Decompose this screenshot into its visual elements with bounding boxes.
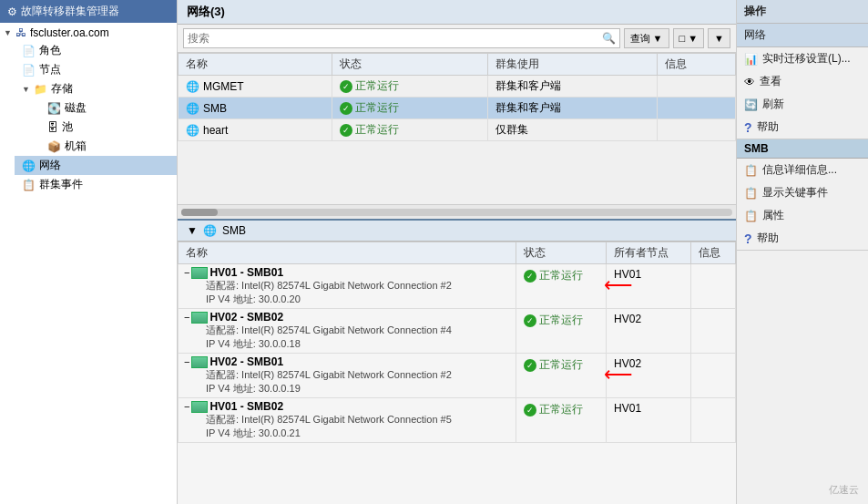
row-info: [658, 98, 736, 119]
chassis-icon: 📦: [47, 140, 61, 153]
server-icon: [191, 267, 208, 279]
refresh-icon: 🔄: [744, 98, 758, 111]
sidebar-item-events[interactable]: 📋 群集事件: [15, 175, 177, 194]
right-item-view[interactable]: 👁 查看: [737, 70, 868, 93]
bottom-row-name: − HV02 - SMB02 适配器: Intel(R) 82574L Giga…: [179, 309, 516, 354]
bottom-table-container: 名称 状态 所有者节点 信息 − HV01 - SMB01 适配器: Intel…: [178, 242, 736, 504]
network-section-title: 网络: [737, 24, 868, 47]
bottom-row-name: − HV02 - SMB01 适配器: Intel(R) 82574L Giga…: [179, 354, 516, 398]
key-events-icon: 📋: [744, 187, 758, 200]
sidebar-item-chassis[interactable]: 📦 机箱: [40, 137, 177, 156]
server-icon: [191, 401, 208, 413]
table-row[interactable]: 🌐SMB ✓正常运行 群集和客户端: [179, 98, 736, 119]
more-button[interactable]: ▼: [708, 28, 730, 48]
network-table: 名称 状态 群集使用 信息 🌐MGMET ✓正常运行 群集和客户端 🌐SMB: [178, 53, 736, 141]
bottom-panel-title: SMB: [222, 224, 246, 237]
bottom-panel: ▼ 🌐 SMB 名称 状态 所有者节点 信息 − HV: [178, 219, 736, 504]
status-circle: ✓: [340, 80, 352, 93]
app-title-icon: ⚙: [7, 5, 17, 18]
bottom-row-name: − HV01 - SMB02 适配器: Intel(R) 82574L Giga…: [179, 398, 516, 443]
right-item-migrate[interactable]: 📊 实时迁移设置(L)...: [737, 47, 868, 70]
right-item-refresh[interactable]: 🔄 刷新: [737, 93, 868, 116]
view-icon: 👁: [744, 76, 755, 88]
server-icon: [191, 356, 208, 368]
net-icon: 🌐: [186, 102, 199, 115]
minus-icon: −: [184, 312, 189, 323]
right-item-key-events[interactable]: 📋 显示关键事件: [737, 181, 868, 204]
help-icon-smb: ?: [744, 231, 752, 246]
top-section: 网络(3) 🔍 查询 ▼ □ ▼ ▼ 名称 状态 群集使用 信息: [178, 0, 736, 219]
bottom-row-info: [690, 264, 735, 309]
actions-section: 操作 网络 📊 实时迁移设置(L)... 👁 查看 🔄 刷新 ? 帮助: [737, 0, 868, 139]
bottom-row-info: [690, 398, 735, 443]
bottom-col-owner: 所有者节点: [607, 242, 691, 264]
row-name: 🌐MGMET: [179, 76, 332, 98]
bottom-row-owner: HV01: [607, 398, 691, 443]
status-ok-icon: ✓: [524, 270, 536, 283]
sidebar-item-pool[interactable]: 🗄 池: [40, 118, 177, 137]
sidebar-item-disk[interactable]: 💽 磁盘: [40, 98, 177, 118]
network-table-container: 名称 状态 群集使用 信息 🌐MGMET ✓正常运行 群集和客户端 🌐SMB: [178, 53, 736, 204]
smb-section: SMB 📋 信息详细信息... 📋 显示关键事件 📋 属性 ? 帮助: [737, 139, 868, 251]
sidebar-item-nodes[interactable]: 📄 节点: [15, 60, 177, 79]
pool-icon: 🗄: [47, 121, 58, 134]
bottom-row-status: ✓正常运行: [516, 398, 607, 443]
storage-icon: 📁: [34, 83, 47, 96]
right-panel: 操作 网络 📊 实时迁移设置(L)... 👁 查看 🔄 刷新 ? 帮助 SMB …: [736, 0, 868, 504]
chevron-icon: ▼: [4, 28, 12, 37]
row-status: ✓正常运行: [332, 98, 487, 119]
bottom-row-status: ✓正常运行 ⟵: [516, 354, 607, 398]
bottom-row-status: ✓正常运行 ⟵: [516, 264, 607, 309]
bottom-panel-collapse-icon[interactable]: ▼: [187, 224, 198, 237]
col-info: 信息: [658, 54, 736, 76]
bottom-row-status: ✓正常运行: [516, 309, 607, 354]
right-item-help-smb[interactable]: ? 帮助: [737, 227, 868, 250]
info-detail-icon: 📋: [744, 164, 758, 177]
bottom-col-status: 状态: [516, 242, 607, 264]
col-status: 状态: [332, 54, 487, 76]
list-item[interactable]: − HV01 - SMB02 适配器: Intel(R) 82574L Giga…: [179, 398, 736, 443]
list-item[interactable]: − HV01 - SMB01 适配器: Intel(R) 82574L Giga…: [179, 264, 736, 309]
row-cluster-use: 群集和客户端: [488, 76, 658, 98]
nodes-icon: 📄: [22, 64, 36, 77]
sidebar-item-roles[interactable]: 📄 角色: [15, 41, 177, 60]
right-item-info-detail[interactable]: 📋 信息详细信息...: [737, 159, 868, 181]
arrow-icon: ⟵: [604, 363, 633, 386]
bottom-row-info: [690, 309, 735, 354]
query-button[interactable]: 查询 ▼: [624, 28, 669, 48]
table-row[interactable]: 🌐heart ✓正常运行 仅群集: [179, 119, 736, 141]
table-row[interactable]: 🌐MGMET ✓正常运行 群集和客户端: [179, 76, 736, 98]
sidebar-item-network[interactable]: 🌐 网络: [15, 156, 177, 175]
search-box[interactable]: 🔍: [183, 28, 620, 48]
arrow-icon: ⟵: [604, 273, 633, 297]
smb-icon: 🌐: [203, 224, 217, 237]
disk-icon: 💽: [47, 102, 61, 115]
right-item-help-network[interactable]: ? 帮助: [737, 116, 868, 139]
bottom-row-owner: HV02: [607, 309, 691, 354]
minus-icon: −: [184, 356, 189, 367]
horizontal-scrollbar[interactable]: [178, 204, 736, 219]
sidebar-item-storage[interactable]: ▼ 📁 存储: [15, 79, 177, 98]
right-item-properties[interactable]: 📋 属性: [737, 204, 868, 227]
server-icon: [191, 312, 208, 324]
storage-chevron-icon: ▼: [22, 85, 30, 94]
help-icon-network: ?: [744, 120, 752, 135]
network-icon: 🌐: [22, 159, 36, 172]
toolbar: 🔍 查询 ▼ □ ▼ ▼: [178, 25, 736, 53]
main-content: 网络(3) 🔍 查询 ▼ □ ▼ ▼ 名称 状态 群集使用 信息: [178, 0, 736, 504]
smb-section-title: SMB: [737, 139, 868, 159]
main-panel-title: 网络(3): [178, 0, 736, 25]
sidebar-item-cluster[interactable]: ▼ 🖧 fscluster.oa.com: [0, 25, 177, 41]
list-item[interactable]: − HV02 - SMB02 适配器: Intel(R) 82574L Giga…: [179, 309, 736, 354]
minus-icon: −: [184, 267, 189, 278]
col-name: 名称: [179, 54, 332, 76]
row-status: ✓正常运行: [332, 119, 487, 141]
status-ok-icon: ✓: [524, 314, 536, 327]
view-button[interactable]: □ ▼: [673, 28, 705, 48]
properties-icon: 📋: [744, 210, 758, 222]
bottom-table: 名称 状态 所有者节点 信息 − HV01 - SMB01 适配器: Intel…: [178, 242, 736, 443]
roles-icon: 📄: [22, 45, 36, 57]
bottom-col-name: 名称: [179, 242, 516, 264]
search-input[interactable]: [188, 32, 602, 45]
list-item[interactable]: − HV02 - SMB01 适配器: Intel(R) 82574L Giga…: [179, 354, 736, 398]
